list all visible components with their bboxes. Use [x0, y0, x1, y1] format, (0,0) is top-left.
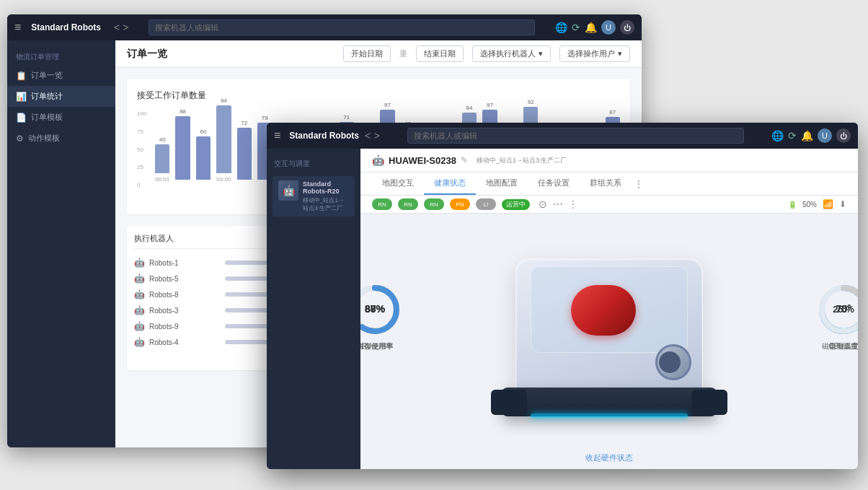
user-avatar[interactable]: U: [601, 20, 616, 35]
back-logo: Standard Robots: [31, 22, 101, 32]
robot-wheel-right: [691, 390, 727, 415]
robot-edit-icon[interactable]: ✎: [461, 155, 468, 165]
tab-health[interactable]: 健康状态: [424, 172, 476, 195]
robot-id: HUAWEI-S0238: [389, 155, 456, 166]
bar-value: 84: [466, 105, 473, 111]
robot-toolbar: RN RN RN PN LI 运营中 ⊙ ⋯ ⋮: [360, 196, 858, 214]
front-logo: Standard Robots: [289, 131, 359, 141]
tab-group-relations[interactable]: 群组关系: [580, 172, 632, 195]
front-titlebar: ≡ Standard Robots < > 🌐 ⟳ 🔔 U ⏻: [267, 123, 858, 149]
back-search-input[interactable]: [149, 19, 535, 35]
robot-dropdown-btn[interactable]: 选择执行机器人 ▾: [472, 45, 551, 62]
disk-space-gauge: 25 % 磁盘剩余空间: [815, 281, 858, 351]
order-stats-label: 订单统计: [31, 91, 63, 102]
robot-wheel-left: [491, 390, 527, 415]
robot-card-info: Standard Robots-R20 移动中_站点1→站点3:生产二厂: [303, 180, 349, 212]
sidebar-item-action-template[interactable]: ⚙ 动作模板: [7, 128, 115, 149]
download-icon[interactable]: ⬇: [839, 199, 846, 209]
hamburger-icon[interactable]: ≡: [14, 21, 21, 34]
more-icon[interactable]: ⋯: [553, 198, 563, 210]
back-arrow-left[interactable]: <: [114, 22, 120, 33]
bar-group: 9403:00: [216, 97, 231, 183]
bottom-hardware-link[interactable]: 收起硬件状态: [360, 447, 858, 469]
operation-toggle[interactable]: 运营中: [502, 199, 530, 210]
robot-list-icon: 🤖: [134, 305, 145, 315]
tab-map-interact[interactable]: 地图交互: [372, 172, 424, 195]
status-dot-green3: RN: [424, 198, 444, 210]
battery-label: 50%: [802, 201, 817, 209]
bar-value: 88: [180, 108, 186, 115]
sidebar-item-order-stats[interactable]: 📊 订单统计: [7, 86, 115, 107]
tab-more-icon[interactable]: ⋮: [634, 179, 643, 189]
bar: [216, 105, 231, 173]
back-titlebar: ≡ Standard Robots < > 🌐 ⟳ 🔔 U ⏻: [7, 14, 642, 40]
bar-value: 40: [159, 136, 166, 143]
status-label-rn3: RN: [430, 201, 438, 208]
robot-thumb-icon: 🤖: [372, 154, 384, 166]
toggle-label: 运营中: [506, 200, 526, 209]
robot-tabs: 地图交互 健康状态 地图配置 任务设置 群组关系 ⋮: [360, 172, 858, 196]
user-dropdown-btn[interactable]: 选择操作用户 ▾: [559, 45, 630, 62]
back-nav-arrows: < >: [114, 22, 128, 33]
logout-icon[interactable]: ⏻: [620, 20, 634, 35]
front-robot-card[interactable]: 🤖 Standard Robots-R20 移动中_站点1→站点3:生产二厂: [273, 176, 355, 216]
tab-task-settings[interactable]: 任务设置: [528, 172, 580, 195]
robot-list-name: Robots-1: [149, 259, 221, 267]
end-date-btn[interactable]: 结束日期: [416, 45, 464, 62]
robot-top-panel: [531, 266, 688, 353]
bar-group: 88: [175, 108, 190, 183]
robot-list-name: Robots-3: [149, 307, 221, 315]
robot-list-name: Robots-9: [149, 323, 221, 331]
robot-list-icon: 🤖: [134, 258, 145, 268]
chart-title: 接受工作订单数量: [137, 89, 620, 102]
bar-value: 97: [384, 102, 391, 108]
robot-card-name: Standard Robots-R20: [303, 180, 349, 195]
robot-inner-component: [571, 285, 636, 336]
status-dot-orange: PN: [450, 198, 470, 210]
start-date-btn[interactable]: 开始日期: [343, 45, 391, 62]
sidebar-item-order-list[interactable]: 📋 订单一览: [7, 65, 115, 86]
robot-list-name: Robots-4: [149, 338, 221, 346]
globe-icon: 🌐: [555, 22, 567, 33]
robot-name-section: 🤖 HUAWEI-S0238 ✎: [372, 154, 468, 166]
back-sidebar-section: 物流订单管理: [7, 46, 115, 65]
back-search-bar: [149, 19, 535, 35]
front-hamburger-icon[interactable]: ≡: [274, 129, 280, 142]
order-stats-icon: 📊: [16, 92, 27, 102]
front-sidebar-section: 交互与调度: [267, 154, 360, 172]
robot-base: [502, 388, 717, 416]
back-page-title: 订单一览: [127, 48, 167, 61]
bar-label: 03:00: [216, 176, 231, 183]
robot-body: [515, 258, 703, 403]
settings-icon[interactable]: ⊙: [539, 198, 547, 210]
front-user-avatar[interactable]: U: [818, 128, 832, 143]
front-titlebar-icons: 🌐 ⟳ 🔔 U ⏻: [771, 128, 851, 143]
robot-dropdown-label: 选择执行机器人: [480, 48, 536, 59]
front-nav-arrows: < >: [365, 129, 380, 142]
disk-usage-label: 磁盘使用率: [360, 341, 393, 351]
tab-map-config[interactable]: 地图配置: [476, 172, 528, 195]
front-search-input[interactable]: [407, 128, 744, 144]
robot-list-icon: 🤖: [134, 274, 145, 284]
back-arrow-right[interactable]: >: [123, 22, 128, 33]
wifi-icon: 📶: [823, 199, 833, 209]
robot-gear-inner: [659, 351, 681, 373]
health-content: 38% CPU使用率 87% 内存使用率: [360, 214, 858, 447]
sidebar-item-order-template[interactable]: 📄 订单模板: [7, 107, 115, 128]
bar-group: 60: [196, 128, 211, 183]
front-bell-icon[interactable]: 🔔: [801, 130, 813, 141]
front-logout-icon[interactable]: ⏻: [836, 128, 851, 143]
order-template-icon: 📄: [16, 113, 27, 123]
bar-value: 87: [609, 109, 616, 115]
user-dropdown-arrow: ▾: [618, 49, 622, 58]
bell-icon[interactable]: 🔔: [585, 22, 597, 33]
bar: [196, 136, 211, 180]
front-sidebar: 交互与调度 🤖 Standard Robots-R20 移动中_站点1→站点3:…: [267, 149, 360, 469]
front-arrow-left[interactable]: <: [365, 130, 371, 141]
bar-value: 79: [262, 115, 268, 121]
front-arrow-right[interactable]: >: [374, 130, 380, 141]
robot-list-icon: 🤖: [134, 289, 145, 299]
status-label-li: LI: [484, 201, 489, 208]
status-dot-green1: RN: [372, 198, 392, 210]
toolbar-more-icon[interactable]: ⋮: [569, 199, 577, 209]
